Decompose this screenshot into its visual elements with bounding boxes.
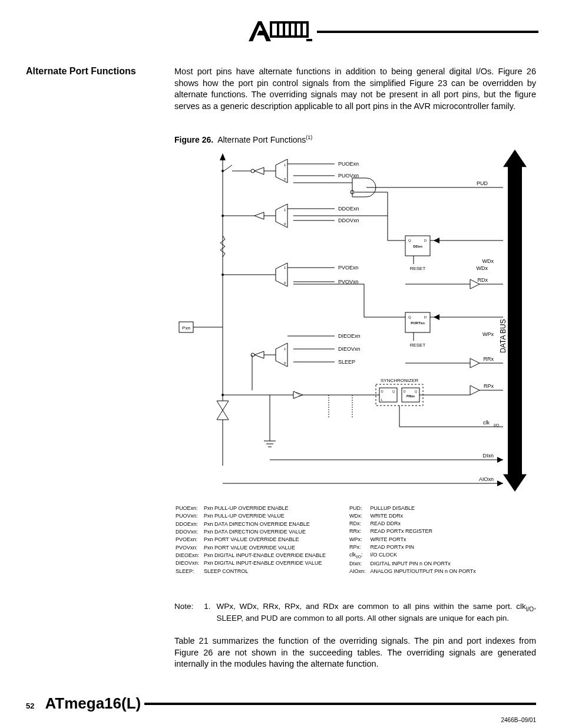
legend-val: READ PORTx PIN <box>371 543 476 551</box>
svg-line-31 <box>224 165 232 171</box>
svg-text:D: D <box>381 390 384 393</box>
svg-text:PORTxn: PORTxn <box>411 321 425 325</box>
legend-val: Pxn DATA DIRECTION OVERRIDE ENABLE <box>204 521 326 528</box>
svg-text:WDx: WDx <box>482 258 494 264</box>
svg-rect-3 <box>289 22 291 37</box>
svg-marker-15 <box>217 401 229 410</box>
legend-key: WPx: <box>349 536 366 543</box>
note-text: WPx, WDx, RRx, RPx, and RDx are common t… <box>217 601 536 624</box>
note-label: Note: <box>174 601 193 624</box>
legend-val: Pxn PULL-UP OVERRIDE ENABLE <box>204 505 326 512</box>
legend-val: WRITE PORTx <box>371 536 476 543</box>
legend-val: Pxn DIGITAL INPUT-ENABLE OVERRIDE ENABLE <box>204 552 326 559</box>
svg-marker-44 <box>254 212 264 219</box>
svg-text:D: D <box>424 239 427 242</box>
figure-title: Alternate Port Functions <box>217 135 306 144</box>
figure-legend: PUOExn:Pxn PULL-UP OVERRIDE ENABLE PUOVx… <box>176 505 541 575</box>
svg-text:RPx: RPx <box>484 383 494 389</box>
summary-paragraph: Table 21 summarizes the function of the … <box>174 635 536 670</box>
legend-val: PULLUP DISABLE <box>371 505 476 512</box>
svg-text:0: 0 <box>284 361 286 365</box>
svg-marker-16 <box>217 410 229 420</box>
atmel-logo <box>247 19 312 45</box>
legend-val: Pxn DIGITAL INPUT-ENABLE OVERRIDE VALUE <box>204 559 326 566</box>
section-heading: Alternate Port Functions <box>26 66 136 77</box>
svg-marker-126 <box>497 457 503 463</box>
svg-text:RESET: RESET <box>410 266 426 271</box>
legend-key: DIEOExn: <box>176 552 199 559</box>
legend-key: AIOxn: <box>349 568 366 575</box>
svg-text:Pxn: Pxn <box>182 325 190 331</box>
schematic-svg: DATA BUS Pxn PUOExn <box>176 147 541 501</box>
svg-text:AIOxn: AIOxn <box>479 476 494 482</box>
legend-key: PVOVxn: <box>176 544 199 551</box>
legend-key: DDOExn: <box>176 521 199 528</box>
legend-key: WDx: <box>349 512 366 519</box>
svg-marker-78 <box>434 314 439 320</box>
svg-text:WPx: WPx <box>482 331 494 337</box>
svg-text:DDOExn: DDOExn <box>338 206 359 212</box>
svg-text:clk: clk <box>483 420 490 426</box>
svg-marker-27 <box>254 167 264 174</box>
legend-key: SLEEP: <box>176 568 199 575</box>
page-number: 52 <box>26 701 34 710</box>
svg-text:D: D <box>404 390 406 393</box>
svg-rect-4 <box>295 22 297 37</box>
svg-text:PINxn: PINxn <box>406 394 415 398</box>
legend-val: DIGITAL INPUT PIN n ON PORTx <box>371 560 476 567</box>
svg-rect-100 <box>376 384 423 406</box>
legend-key: DIEOVxn: <box>176 559 199 566</box>
svg-rect-1 <box>277 22 279 37</box>
page-footer: 52 ATmega16(L) <box>26 694 536 713</box>
svg-text:DDOVxn: DDOVxn <box>338 218 359 223</box>
footer-rule <box>144 703 536 705</box>
legend-key: clkI/O: <box>349 551 366 559</box>
svg-text:Q: Q <box>415 390 417 393</box>
svg-text:SLEEP: SLEEP <box>338 359 355 365</box>
legend-val: Pxn PULL-UP OVERRIDE VALUE <box>204 512 326 519</box>
svg-text:DIxn: DIxn <box>482 453 494 459</box>
svg-text:1: 1 <box>284 208 286 212</box>
svg-rect-2 <box>283 22 285 37</box>
svg-text:PUOExn: PUOExn <box>338 161 359 167</box>
product-name: ATmega16(L) <box>45 694 141 713</box>
legend-key: PVOExn: <box>176 536 199 543</box>
header-rule <box>317 31 538 33</box>
legend-key: RPx: <box>349 543 366 551</box>
legend-col-left: PUOExn:Pxn PULL-UP OVERRIDE ENABLE PUOVx… <box>176 505 326 575</box>
svg-text:RESET: RESET <box>410 342 426 348</box>
figure-label: Figure 26. <box>174 135 213 144</box>
svg-marker-55 <box>434 238 439 243</box>
legend-key: DIxn: <box>349 560 366 567</box>
legend-val: SLEEP CONTROL <box>204 568 326 575</box>
svg-text:Q: Q <box>408 239 411 242</box>
legend-val: ANALOG INPUT/OUTPUT PIN n ON PORTx <box>371 568 476 575</box>
legend-key: PUOVxn: <box>176 512 199 519</box>
legend-key: RDx: <box>349 520 366 527</box>
legend-key: PUD: <box>349 505 366 512</box>
document-id: 2466B–09/01 <box>501 717 536 723</box>
svg-marker-109 <box>293 391 303 398</box>
svg-rect-6 <box>306 39 312 41</box>
svg-point-47 <box>222 215 224 217</box>
legend-val: Pxn PORT VALUE OVERRIDE ENABLE <box>204 536 326 543</box>
legend-val: I/O CLOCK <box>371 551 476 559</box>
note-number: 1. <box>204 601 210 624</box>
svg-text:SYNCHRONIZER: SYNCHRONIZER <box>381 378 418 383</box>
svg-text:DIEOVxn: DIEOVxn <box>338 346 361 352</box>
svg-text:RDx: RDx <box>478 277 488 283</box>
svg-marker-19 <box>497 480 503 486</box>
figure-note-ref: (1) <box>306 134 312 140</box>
legend-key: RRx: <box>349 528 366 535</box>
svg-text:Q: Q <box>392 390 395 393</box>
svg-text:1: 1 <box>284 266 286 269</box>
svg-text:D: D <box>424 315 427 319</box>
legend-key: PUOExn: <box>176 505 199 512</box>
header-bar <box>247 19 538 45</box>
svg-text:Q: Q <box>408 315 411 319</box>
legend-val: Pxn DATA DIRECTION OVERRIDE VALUE <box>204 528 326 535</box>
svg-text:0: 0 <box>284 281 286 285</box>
svg-text:1: 1 <box>284 163 286 167</box>
svg-text:1: 1 <box>284 347 286 351</box>
svg-text:PVOExn: PVOExn <box>338 265 359 271</box>
